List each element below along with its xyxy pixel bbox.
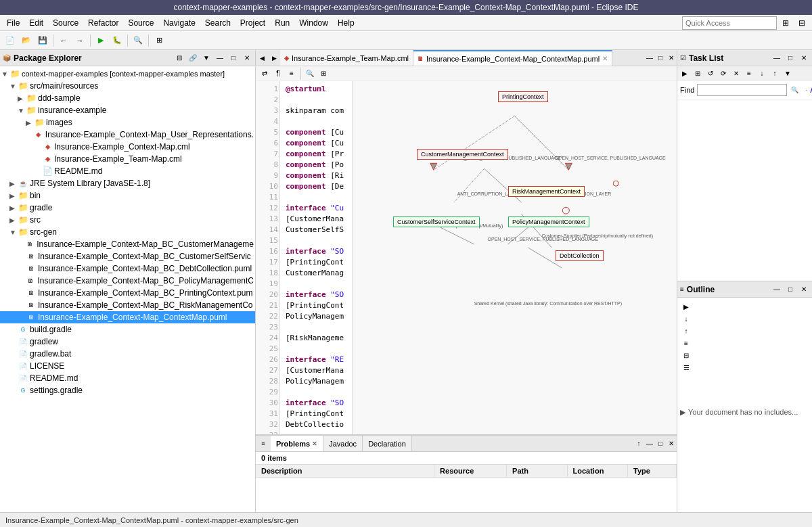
outline-tb-btn1[interactable]: ▶ [680, 300, 692, 313]
customer-mgmt-box[interactable]: CustomerManagementContext [417, 149, 508, 160]
list-item[interactable]: ▶ 🗎 Insurance-Example_Context-Map_BC_Cus… [0, 250, 255, 262]
menu-search[interactable]: Search [201, 17, 235, 29]
outline-tb-btn3[interactable]: ↑ [680, 325, 692, 337]
tab-problems[interactable]: Problems ✕ [271, 436, 323, 452]
list-item[interactable]: ▶ 📄 README.md [0, 372, 255, 384]
bottom-nav-btn[interactable]: ≡ [256, 436, 271, 451]
outline-maximize-btn[interactable]: □ [785, 284, 796, 295]
maximize-btn[interactable]: ⊞ [778, 16, 793, 30]
list-item[interactable]: ▶ ◈ Insurance-Example_Context-Map.cml [0, 141, 255, 153]
menu-window[interactable]: Window [295, 17, 332, 29]
list-item[interactable]: ▼ 📁 src/main/resources [0, 80, 255, 92]
menu-project[interactable]: Project [236, 17, 269, 29]
task-tb-btn6[interactable]: ≡ [743, 68, 755, 80]
task-tb-btn9[interactable]: ▼ [782, 68, 794, 80]
quick-access-input[interactable] [682, 16, 777, 30]
editor-minimize-btn[interactable]: — [644, 53, 655, 64]
editor-nav-prev[interactable]: ◀ [256, 51, 268, 66]
zoom-in-btn[interactable]: 🔍 [304, 68, 316, 80]
collapse-all-btn[interactable]: ⊟ [174, 53, 185, 64]
forward-btn[interactable]: → [72, 33, 87, 48]
task-tb-btn2[interactable]: ⊞ [692, 68, 704, 80]
list-item[interactable]: ▶ 🗎 Insurance-Example_Context-Map_BC_Pri… [0, 287, 255, 299]
task-tb-btn8[interactable]: ↑ [769, 68, 781, 80]
close-tab-btn[interactable]: ✕ [602, 55, 608, 62]
outline-tb-btn4[interactable]: ≡ [680, 337, 692, 349]
list-item[interactable]: ▶ ☕ JRE System Library [JavaSE-1.8] [0, 177, 255, 189]
annotation-btn[interactable]: ¶ [272, 68, 284, 80]
menu-navigate[interactable]: Navigate [159, 17, 199, 29]
open-btn[interactable]: 📂 [19, 33, 34, 48]
bottom-close-btn[interactable]: ✕ [666, 438, 677, 449]
outline-minimize-btn[interactable]: — [771, 284, 782, 295]
find-icon[interactable]: 🔍 [790, 86, 800, 94]
task-tb-btn1[interactable]: ▶ [679, 68, 691, 80]
list-item[interactable]: ▶ 📁 ddd-sample [0, 92, 255, 104]
maximize-panel-btn[interactable]: □ [228, 53, 239, 64]
list-item[interactable]: ▶ 📁 bin [0, 189, 255, 202]
code-text[interactable]: @startuml skinparam com component [Cu co… [280, 81, 352, 434]
customer-self-box[interactable]: CustomerSelfServiceContext [393, 216, 480, 227]
list-item[interactable]: ▶ G build.gradle [0, 323, 255, 336]
list-item[interactable]: ▶ 📄 gradlew.bat [0, 348, 255, 360]
task-tb-btn3[interactable]: ↺ [704, 68, 717, 80]
perspective-btn[interactable]: ⊞ [152, 33, 166, 48]
list-item[interactable]: ▶ G settings.gradle [0, 384, 255, 396]
list-item[interactable]: ▶ 📁 src [0, 214, 255, 226]
risk-mgmt-box[interactable]: RiskManagementContext [508, 186, 585, 197]
task-tb-btn4[interactable]: ⟳ [717, 68, 729, 80]
link-with-editor-btn[interactable]: 🔗 [187, 53, 198, 64]
list-item[interactable]: ▶ 📁 gradle [0, 202, 255, 214]
outline-tb-btn5[interactable]: ⊟ [680, 349, 692, 361]
list-item[interactable]: ▶ 📄 LICENSE [0, 360, 255, 372]
task-list-close-btn[interactable]: ✕ [798, 53, 809, 64]
printing-context-box[interactable]: PrintingContext [498, 91, 548, 102]
editor-maximize-btn[interactable]: □ [655, 53, 666, 64]
tree-root[interactable]: ▼ 📁 context-mapper-examples [context-map… [0, 68, 255, 80]
menu-edit[interactable]: Edit [25, 17, 47, 29]
policy-mgmt-box[interactable]: PolicyManagementContext [508, 216, 589, 227]
outline-tb-btn2[interactable]: ↓ [680, 313, 692, 325]
tab-declaration[interactable]: Declaration [363, 436, 412, 452]
outline-close-btn[interactable]: ✕ [798, 284, 809, 295]
list-item[interactable]: ▶ ◈ Insurance-Example_Context-Map_User_R… [0, 129, 255, 141]
task-tb-btn7[interactable]: ↓ [756, 68, 768, 80]
outline-tb-btn6[interactable]: ☰ [680, 361, 692, 373]
menu-help[interactable]: Help [334, 17, 359, 29]
list-item[interactable]: ▶ 📄 README.md [0, 165, 255, 177]
list-item[interactable]: ▶ 🗎 Insurance-Example_Context-Map_BC_Deb… [0, 262, 255, 275]
search-btn[interactable]: 🔍 [131, 33, 145, 48]
menu-run[interactable]: Run [271, 17, 294, 29]
selected-file-item[interactable]: ▶ 🗎 Insurance-Example_Context-Map_Contex… [0, 311, 255, 323]
save-btn[interactable]: 💾 [35, 33, 50, 48]
minimize-btn[interactable]: ⊟ [794, 16, 809, 30]
list-item[interactable]: ▶ 📁 images [0, 116, 255, 129]
menu-source[interactable]: Source [49, 17, 83, 29]
task-list-maximize-btn[interactable]: □ [785, 53, 796, 64]
menu-file[interactable]: File [3, 17, 24, 29]
list-item[interactable]: ▼ 📁 insurance-example [0, 104, 255, 116]
tab-javadoc[interactable]: Javadoc [323, 436, 363, 452]
tab-context-map[interactable]: 🗎 Insurance-Example_Context-Map_ContextM… [413, 50, 612, 66]
list-item[interactable]: ▶ ◈ Insurance-Example_Team-Map.cml [0, 153, 255, 165]
zoom-fit-btn[interactable]: ⊞ [317, 68, 330, 80]
list-item[interactable]: ▶ 📄 gradlew [0, 336, 255, 348]
compare-btn[interactable]: ≡ [286, 68, 298, 80]
editor-nav-next[interactable]: ▶ [268, 51, 280, 66]
back-btn[interactable]: ← [56, 33, 71, 48]
list-item[interactable]: ▶ 🗎 Insurance-Example_Context-Map_BC_Pol… [0, 275, 255, 287]
task-find-input[interactable] [697, 84, 787, 96]
task-list-minimize-btn[interactable]: — [771, 53, 782, 64]
list-item[interactable]: ▶ 🗎 Insurance-Example_Context-Map_BC_Cus… [0, 238, 255, 250]
task-tb-btn5[interactable]: ✕ [730, 68, 742, 80]
bottom-minimize-btn[interactable]: — [644, 438, 655, 449]
bottom-panel-btn1[interactable]: ↑ [633, 438, 644, 449]
editor-close-btn[interactable]: ✕ [666, 53, 677, 64]
menu-refactor[interactable]: Refactor [84, 17, 122, 29]
menu-source2[interactable]: Source [124, 17, 158, 29]
tab-team-map[interactable]: ◈ Insurance-Example_Team-Map.cml [280, 50, 413, 66]
run-btn[interactable]: ▶ [93, 33, 108, 48]
debug-btn[interactable]: 🐛 [110, 33, 125, 48]
minimize-panel-btn[interactable]: — [215, 53, 225, 64]
view-menu-btn[interactable]: ▼ [201, 53, 212, 64]
